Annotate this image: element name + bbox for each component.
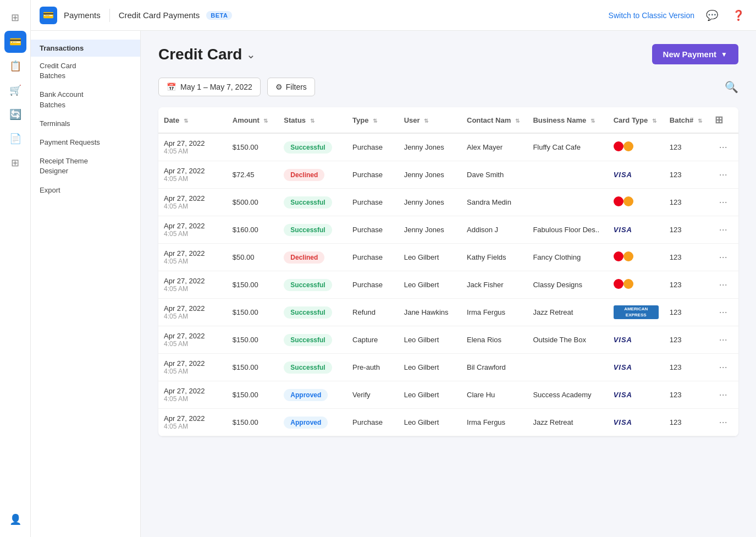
- row-more-button[interactable]: ···: [715, 387, 732, 403]
- row-more-button[interactable]: ···: [715, 359, 732, 375]
- cell-actions: ···: [709, 161, 738, 189]
- switch-classic-link[interactable]: Switch to Classic Version: [609, 11, 694, 20]
- sidebar-transactions-header[interactable]: Transactions: [31, 40, 140, 57]
- cart-icon[interactable]: 🛒: [4, 79, 26, 101]
- col-header-date[interactable]: Date ⇅: [158, 107, 227, 133]
- row-more-button[interactable]: ···: [715, 222, 732, 238]
- date-filter-button[interactable]: 📅 May 1 – May 7, 2022: [158, 78, 261, 96]
- row-more-button[interactable]: ···: [715, 139, 732, 155]
- sidebar-item-bank-account-batches[interactable]: Bank AccountBatches: [31, 85, 140, 114]
- cell-business-name: Success Academy: [527, 381, 608, 409]
- col-header-status[interactable]: Status ⇅: [278, 107, 347, 133]
- refresh-icon[interactable]: 🔄: [4, 103, 26, 125]
- cell-contact-name: Jack Fisher: [461, 271, 527, 299]
- cell-amount: $50.00: [227, 244, 279, 271]
- cell-batch: 123: [664, 326, 709, 354]
- col-header-amount[interactable]: Amount ⇅: [227, 107, 279, 133]
- status-badge: Successful: [284, 141, 332, 154]
- cell-status: Approved: [278, 409, 347, 436]
- mastercard-icon: [614, 195, 633, 207]
- cell-contact-name: Irma Fergus: [461, 409, 527, 436]
- cell-batch: 123: [664, 381, 709, 409]
- payments-icon[interactable]: 💳: [4, 31, 26, 53]
- table-row: Apr 27, 2022 4:05 AM $150.00 Successful …: [158, 326, 738, 354]
- row-more-button[interactable]: ···: [715, 249, 732, 265]
- avatar-icon[interactable]: 👤: [4, 508, 26, 530]
- row-more-button[interactable]: ···: [715, 304, 732, 320]
- grid-icon[interactable]: ⊞: [4, 152, 26, 174]
- cell-business-name: [527, 354, 608, 381]
- cell-card-type: VISA: [608, 161, 664, 189]
- filters-button[interactable]: ⚙ Filters: [267, 78, 315, 96]
- cell-contact-name: Alex Mayer: [461, 133, 527, 161]
- cell-status: Successful: [278, 299, 347, 326]
- page-title-row: Credit Card ⌄: [158, 46, 256, 63]
- status-badge: Successful: [284, 224, 332, 236]
- visa-icon: VISA: [614, 418, 632, 426]
- help-icon[interactable]: ❓: [730, 7, 747, 24]
- row-more-button[interactable]: ···: [715, 277, 732, 293]
- col-header-card-type[interactable]: Card Type ⇅: [608, 107, 664, 133]
- cell-card-type: VISA: [608, 381, 664, 409]
- table-layout-icon[interactable]: ⊞: [715, 114, 723, 125]
- status-badge: Declined: [284, 169, 324, 181]
- search-button[interactable]: 🔍: [725, 80, 738, 94]
- cell-user: Leo Gilbert: [399, 381, 461, 409]
- cell-contact-name: Clare Hu: [461, 381, 527, 409]
- sidebar-item-terminals[interactable]: Terminals: [31, 114, 140, 133]
- content-header: Credit Card ⌄ New Payment ▼: [158, 44, 738, 64]
- cell-date: Apr 27, 2022 4:05 AM: [158, 271, 227, 299]
- col-header-type[interactable]: Type ⇅: [347, 107, 399, 133]
- cell-actions: ···: [709, 381, 738, 409]
- home-icon[interactable]: ⊞: [4, 7, 26, 29]
- document-icon[interactable]: 📋: [4, 55, 26, 77]
- cell-amount: $150.00: [227, 271, 279, 299]
- table-body: Apr 27, 2022 4:05 AM $150.00 Successful …: [158, 133, 738, 436]
- table-row: Apr 27, 2022 4:05 AM $150.00 Successful …: [158, 133, 738, 161]
- cell-date: Apr 27, 2022 4:05 AM: [158, 381, 227, 409]
- table-row: Apr 27, 2022 4:05 AM $50.00 Declined Pur…: [158, 244, 738, 271]
- cell-business-name: Fancy Clothing: [527, 244, 608, 271]
- cell-actions: ···: [709, 299, 738, 326]
- sidebar-item-credit-card-batches[interactable]: Credit CardBatches: [31, 57, 140, 85]
- cell-date: Apr 27, 2022 4:05 AM: [158, 216, 227, 244]
- cell-business-name: Jazz Retreat: [527, 299, 608, 326]
- cell-user: Jenny Jones: [399, 133, 461, 161]
- status-badge: Successful: [284, 334, 332, 346]
- col-header-contact-name[interactable]: Contact Nam ⇅: [461, 107, 527, 133]
- cell-amount: $72.45: [227, 161, 279, 189]
- row-more-button[interactable]: ···: [715, 332, 732, 348]
- app-logo: 💳: [40, 7, 57, 24]
- filter-row-right: 🔍: [725, 80, 738, 94]
- status-badge: Successful: [284, 361, 332, 374]
- col-header-batch[interactable]: Batch# ⇅: [664, 107, 709, 133]
- cell-amount: $150.00: [227, 381, 279, 409]
- status-badge: Declined: [284, 251, 324, 264]
- col-header-business-name[interactable]: Business Name ⇅: [527, 107, 608, 133]
- col-header-user[interactable]: User ⇅: [399, 107, 461, 133]
- cell-amount: $150.00: [227, 133, 279, 161]
- title-dropdown-chevron[interactable]: ⌄: [246, 48, 256, 61]
- mastercard-icon: [614, 250, 633, 262]
- sidebar-item-export[interactable]: Export: [31, 181, 140, 200]
- sidebar-item-receipt-theme-designer[interactable]: Receipt ThemeDesigner: [31, 152, 140, 180]
- topbar-right: Switch to Classic Version 💬 ❓: [609, 7, 747, 24]
- table-row: Apr 27, 2022 4:05 AM $150.00 Successful …: [158, 271, 738, 299]
- row-more-button[interactable]: ···: [715, 194, 732, 210]
- file-icon[interactable]: 📄: [4, 128, 26, 150]
- cell-status: Successful: [278, 354, 347, 381]
- cell-business-name: Fluffy Cat Cafe: [527, 133, 608, 161]
- row-more-button[interactable]: ···: [715, 167, 732, 183]
- topbar: 💳 Payments Credit Card Payments BETA Swi…: [31, 0, 756, 31]
- row-more-button[interactable]: ···: [715, 414, 732, 430]
- new-payment-button[interactable]: New Payment ▼: [652, 44, 738, 64]
- cell-contact-name: Sandra Medin: [461, 189, 527, 216]
- page-title: Credit Card: [158, 46, 242, 63]
- cell-business-name: Fabulous Floor Des..: [527, 216, 608, 244]
- beta-badge: BETA: [206, 11, 232, 20]
- topbar-page-name: Credit Card Payments: [119, 10, 200, 20]
- chat-icon[interactable]: 💬: [703, 7, 721, 24]
- cell-batch: 123: [664, 244, 709, 271]
- cell-contact-name: Dave Smith: [461, 161, 527, 189]
- sidebar-item-payment-requests[interactable]: Payment Requests: [31, 133, 140, 152]
